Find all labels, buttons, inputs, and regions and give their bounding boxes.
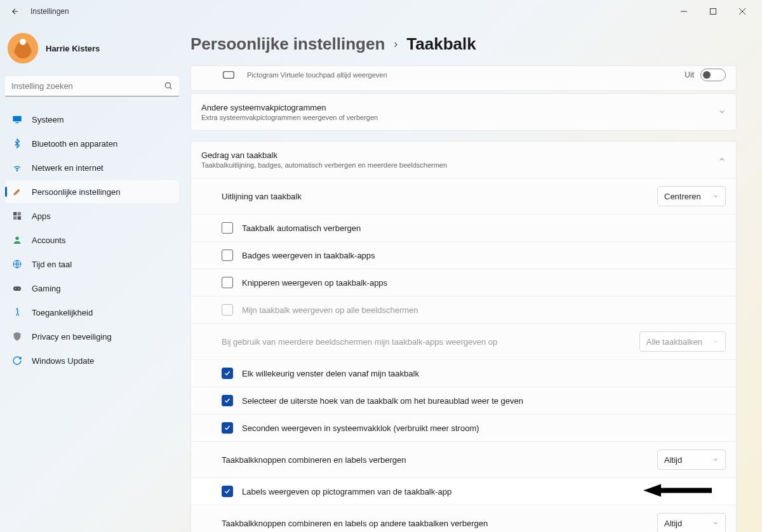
setting-label: Mijn taakbalk weergeven op alle beeldsch… xyxy=(242,305,418,315)
setting-label: Labels weergeven op pictogrammen van de … xyxy=(242,487,451,496)
card-subtitle: Taakbalkuitlijning, badges, automatisch … xyxy=(201,161,718,169)
person-icon xyxy=(11,234,23,246)
svg-point-3 xyxy=(165,83,170,88)
profile-name: Harrie Kisters xyxy=(46,44,100,53)
nav-label: Apps xyxy=(32,211,51,221)
nav-label: Privacy en beveiliging xyxy=(32,332,112,342)
svg-point-15 xyxy=(18,288,19,289)
setting-label: Uitlijning van taakbalk xyxy=(222,192,302,201)
profile-block[interactable]: Harrie Kisters xyxy=(5,28,179,74)
nav-item-gaming[interactable]: Gaming xyxy=(5,277,179,300)
setting-label: Bij gebruik van meerdere beeldschermen m… xyxy=(222,337,497,347)
alignment-row: Uitlijning van taakbalk Centreren xyxy=(191,178,736,214)
svg-point-11 xyxy=(15,237,18,240)
show-labels-checkbox[interactable] xyxy=(222,486,233,497)
nav-item-network[interactable]: Netwerk en internet xyxy=(5,156,179,179)
nav-item-apps[interactable]: Apps xyxy=(5,204,179,227)
behavior-card: Gedrag van taakbalk Taakbalkuitlijning, … xyxy=(190,141,737,532)
search-box xyxy=(5,76,179,96)
monitor-icon xyxy=(11,114,23,125)
nav-item-privacy[interactable]: Privacy en beveiliging xyxy=(5,325,179,348)
all-displays-checkbox xyxy=(222,304,233,316)
show-labels-row: Labels weergeven op pictogrammen van de … xyxy=(191,477,736,505)
nav-item-time-language[interactable]: Tijd en taal xyxy=(5,253,179,276)
svg-rect-9 xyxy=(13,216,17,220)
chevron-down-icon xyxy=(718,107,726,118)
share-window-checkbox[interactable] xyxy=(222,368,233,379)
minimize-icon xyxy=(681,8,687,15)
multi-display-row: Bij gebruik van meerdere beeldschermen m… xyxy=(191,323,736,359)
chevron-up-icon xyxy=(718,154,726,166)
setting-label: Taakbalk automatisch verbergen xyxy=(242,223,361,233)
far-corner-checkbox[interactable] xyxy=(222,395,233,406)
flash-checkbox[interactable] xyxy=(222,277,233,288)
nav-item-bluetooth[interactable]: Bluetooth en apparaten xyxy=(5,132,179,155)
minimize-button[interactable] xyxy=(669,1,698,22)
accessibility-icon xyxy=(11,307,23,318)
svg-point-6 xyxy=(17,170,17,171)
avatar xyxy=(8,33,38,63)
setting-label: Selecteer de uiterste hoek van de taakba… xyxy=(242,396,523,406)
all-displays-row: Mijn taakbalk weergeven op alle beeldsch… xyxy=(191,296,736,323)
setting-label: Badges weergeven in taakbalk-apps xyxy=(242,251,375,260)
alignment-dropdown[interactable]: Centreren xyxy=(657,186,726,206)
combine-row: Taakbalkknoppen combineren en labels ver… xyxy=(191,441,736,477)
grid-icon xyxy=(11,210,23,222)
chevron-down-icon xyxy=(712,192,719,201)
behavior-header[interactable]: Gedrag van taakbalk Taakbalkuitlijning, … xyxy=(191,142,736,178)
share-window-row: Elk willekeurig venster delen vanaf mijn… xyxy=(191,359,736,387)
other-tray-card[interactable]: Andere systeemvakpictogrammen Extra syst… xyxy=(190,93,737,131)
nav-item-accounts[interactable]: Accounts xyxy=(5,229,179,251)
auto-hide-row: Taakbalk automatisch verbergen xyxy=(191,214,736,241)
touchpad-icon xyxy=(223,69,234,81)
update-icon xyxy=(11,355,23,366)
nav-label: Windows Update xyxy=(32,356,94,366)
globe-icon xyxy=(11,258,23,270)
combine-dropdown[interactable]: Altijd xyxy=(657,449,726,470)
multi-display-dropdown: Alle taakbalken xyxy=(639,331,726,352)
content-area: Persoonlijke instellingen › Taakbalk Pic… xyxy=(184,23,762,532)
bluetooth-icon xyxy=(11,138,23,149)
nav-list: Systeem Bluetooth en apparaten Netwerk e… xyxy=(5,108,179,372)
badges-checkbox[interactable] xyxy=(222,249,233,261)
touchpad-toggle[interactable] xyxy=(700,69,726,81)
nav-label: Persoonlijke instellingen xyxy=(32,187,120,197)
nav-label: Accounts xyxy=(32,236,65,245)
combine-other-dropdown[interactable]: Altijd xyxy=(657,513,726,532)
svg-point-16 xyxy=(17,308,18,310)
seconds-checkbox[interactable] xyxy=(222,422,233,434)
svg-point-14 xyxy=(15,288,16,289)
nav-item-accessibility[interactable]: Toegankelijkheid xyxy=(5,301,179,324)
chevron-down-icon xyxy=(712,337,719,347)
maximize-icon xyxy=(710,8,716,15)
search-icon xyxy=(164,81,173,93)
close-button[interactable] xyxy=(728,1,757,22)
breadcrumb-current: Taakbalk xyxy=(406,34,476,54)
nav-item-system[interactable]: Systeem xyxy=(5,108,179,131)
svg-rect-8 xyxy=(18,212,21,215)
flash-row: Knipperen weergeven op taakbalk-apps xyxy=(191,269,736,296)
nav-label: Bluetooth en apparaten xyxy=(32,139,117,149)
badges-row: Badges weergeven in taakbalk-apps xyxy=(191,241,736,269)
breadcrumb-parent[interactable]: Persoonlijke instellingen xyxy=(190,34,385,54)
maximize-button[interactable] xyxy=(698,1,728,22)
arrow-annotation-icon xyxy=(642,483,712,500)
svg-rect-7 xyxy=(13,212,17,215)
card-subtitle: Extra systeemvakpictogrammen weergeven o… xyxy=(201,114,718,121)
back-button[interactable] xyxy=(5,1,25,22)
svg-rect-13 xyxy=(13,286,21,291)
svg-rect-10 xyxy=(18,216,21,220)
svg-rect-5 xyxy=(15,123,18,123)
setting-label: Knipperen weergeven op taakbalk-apps xyxy=(242,278,387,288)
far-corner-row: Selecteer de uiterste hoek van de taakba… xyxy=(191,387,736,414)
auto-hide-checkbox[interactable] xyxy=(222,222,233,234)
window-title: Instellingen xyxy=(30,7,69,16)
search-input[interactable] xyxy=(5,76,179,96)
seconds-row: Seconden weergeven in systeemvakklok (ve… xyxy=(191,414,736,441)
nav-item-personalization[interactable]: Persoonlijke instellingen xyxy=(5,180,179,203)
nav-label: Systeem xyxy=(32,115,64,124)
nav-label: Netwerk en internet xyxy=(32,163,104,173)
nav-label: Toegankelijkheid xyxy=(32,308,93,317)
nav-item-windows-update[interactable]: Windows Update xyxy=(5,349,179,372)
setting-label: Taakbalkknoppen combineren en labels ver… xyxy=(222,455,406,465)
